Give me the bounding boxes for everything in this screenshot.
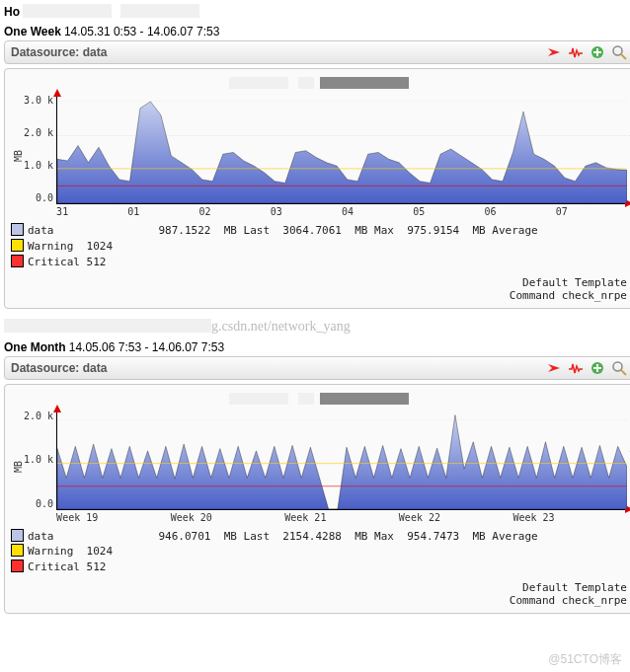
datasource-bar-month: Datasource: data <box>4 356 630 380</box>
y-ticks: 2.0 k 1.0 k 0.0 <box>24 411 56 509</box>
swatch-critical <box>11 560 24 572</box>
svg-point-9 <box>613 362 622 371</box>
pulse-icon[interactable] <box>568 44 584 60</box>
svg-line-10 <box>621 370 626 375</box>
chart-title-redacted <box>11 77 627 91</box>
section-heading-month: One Month 14.05.06 7:53 - 14.06.07 7:53 <box>4 340 630 354</box>
alarm-icon[interactable] <box>546 360 562 376</box>
y-ticks: 3.0 k 2.0 k 1.0 k 0.0 <box>24 95 56 203</box>
section-range: 14.05.31 0:53 - 14.06.07 7:53 <box>64 25 219 38</box>
header-prefix: Ho <box>4 5 20 19</box>
zoom-icon[interactable] <box>611 44 627 60</box>
alarm-icon[interactable] <box>546 44 562 60</box>
legend-month: data 946.0701 MB Last 2154.4288 MB Max 9… <box>11 529 627 576</box>
swatch-data <box>11 223 24 236</box>
zoom-icon[interactable] <box>611 360 627 376</box>
swatch-critical <box>11 255 24 267</box>
datasource-label: Datasource: data <box>11 45 107 59</box>
section-range: 14.05.06 7:53 - 14.06.07 7:53 <box>69 340 224 354</box>
redacted-block <box>23 4 112 18</box>
y-axis-label: MB <box>11 411 24 523</box>
y-axis-label: MB <box>11 95 24 217</box>
page-header: Ho <box>4 4 630 19</box>
pulse-icon[interactable] <box>568 360 584 376</box>
svg-point-1 <box>613 46 622 55</box>
watermark-line: g.csdn.net/network_yang <box>4 319 630 335</box>
section-title: One Month <box>4 340 66 354</box>
swatch-data <box>11 529 24 542</box>
redacted-block <box>120 4 199 18</box>
x-ticks: 31 01 02 03 04 05 06 07 <box>56 206 627 217</box>
svg-line-2 <box>621 54 626 59</box>
swatch-warning <box>11 544 24 557</box>
legend-week: data 987.1522 MB Last 3064.7061 MB Max 9… <box>11 223 627 270</box>
panel-footer: Default Template Command check_nrpe <box>11 276 627 302</box>
x-ticks: Week 19 Week 20 Week 21 Week 22 Week 23 <box>56 512 627 523</box>
chart-panel-month: RRDTOOL / TOBI OETIKER MB 2.0 k 1.0 k 0.… <box>4 384 630 615</box>
add-icon[interactable] <box>590 44 605 60</box>
plot-area-week[interactable] <box>56 95 627 204</box>
swatch-warning <box>11 239 24 252</box>
datasource-bar-week: Datasource: data <box>4 40 630 64</box>
add-icon[interactable] <box>590 360 605 376</box>
chart-panel-week: RRDTOOL / TOBI OETIKER MB 3.0 k 2.0 k 1.… <box>4 68 630 309</box>
plot-area-month[interactable] <box>56 411 627 510</box>
chart-title-redacted <box>11 393 627 407</box>
section-title: One Week <box>4 25 61 38</box>
datasource-label: Datasource: data <box>11 361 107 375</box>
panel-footer: Default Template Command check_nrpe <box>11 581 627 607</box>
section-heading-week: One Week 14.05.31 0:53 - 14.06.07 7:53 <box>4 25 630 38</box>
